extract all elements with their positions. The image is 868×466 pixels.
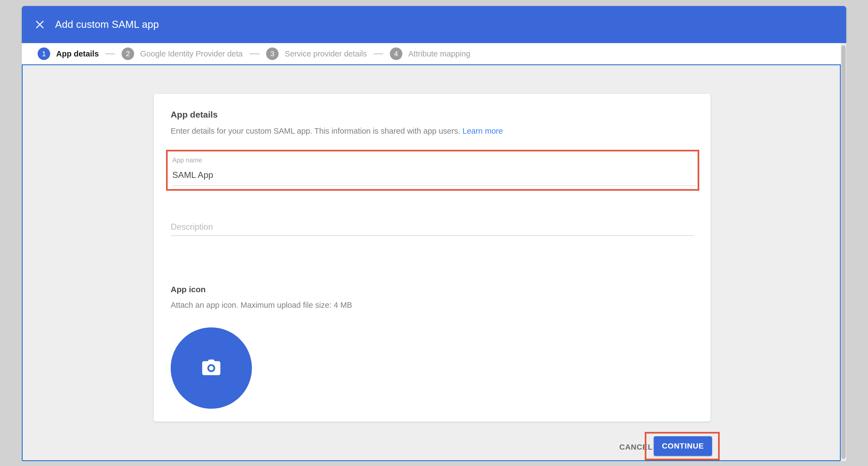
continue-highlight-rectangle: CONTINUE <box>645 432 720 460</box>
learn-more-link[interactable]: Learn more <box>462 126 503 135</box>
description-placeholder: Description <box>170 222 694 232</box>
step-connector <box>250 54 259 54</box>
app-name-field-label: App name <box>172 156 202 164</box>
dialog-title: Add custom SAML app <box>55 19 159 30</box>
step-connector <box>373 54 383 54</box>
section-description: Enter details for your custom SAML app. … <box>170 126 503 136</box>
step-label: Attribute mapping <box>408 49 470 58</box>
description-input[interactable]: Description <box>170 222 694 236</box>
stepper: 1 App details 2 Google Identity Provider… <box>22 43 841 64</box>
vertical-scrollbar-track[interactable] <box>841 43 846 461</box>
step-number-badge: 2 <box>122 48 134 60</box>
step-number-badge: 3 <box>266 48 279 60</box>
stepper-step-service-provider-details[interactable]: 3 Service provider details <box>266 48 367 60</box>
dialog-content-area: App details Enter details for your custo… <box>22 64 841 461</box>
stepper-step-google-idp-details[interactable]: 2 Google Identity Provider details <box>122 48 243 60</box>
step-number-badge: 1 <box>38 48 50 60</box>
app-icon-hint: Attach an app icon. Maximum upload file … <box>170 301 352 310</box>
vertical-scrollbar-thumb[interactable] <box>841 45 846 459</box>
stepper-step-app-details[interactable]: 1 App details <box>38 48 99 60</box>
app-name-input[interactable]: SAML App <box>172 170 213 180</box>
app-name-highlight-rectangle: App name SAML App <box>166 150 699 191</box>
close-icon[interactable] <box>32 17 48 32</box>
section-description-text: Enter details for your custom SAML app. … <box>170 126 460 135</box>
app-details-card: App details Enter details for your custo… <box>153 94 711 422</box>
step-connector <box>105 54 115 54</box>
app-icon-upload-button[interactable] <box>170 327 252 409</box>
description-underline <box>170 235 694 236</box>
continue-button[interactable]: CONTINUE <box>654 436 712 456</box>
camera-icon <box>200 358 222 378</box>
step-label: Service provider details <box>285 49 367 58</box>
step-label: App details <box>56 49 99 58</box>
step-label: Google Identity Provider details <box>140 49 243 58</box>
step-number-badge: 4 <box>390 48 402 60</box>
app-name-underline <box>172 185 696 186</box>
app-icon-title: App icon <box>170 285 206 294</box>
dialog-header: Add custom SAML app <box>22 6 846 43</box>
section-title: App details <box>170 110 218 120</box>
stepper-step-attribute-mapping[interactable]: 4 Attribute mapping <box>390 48 470 60</box>
